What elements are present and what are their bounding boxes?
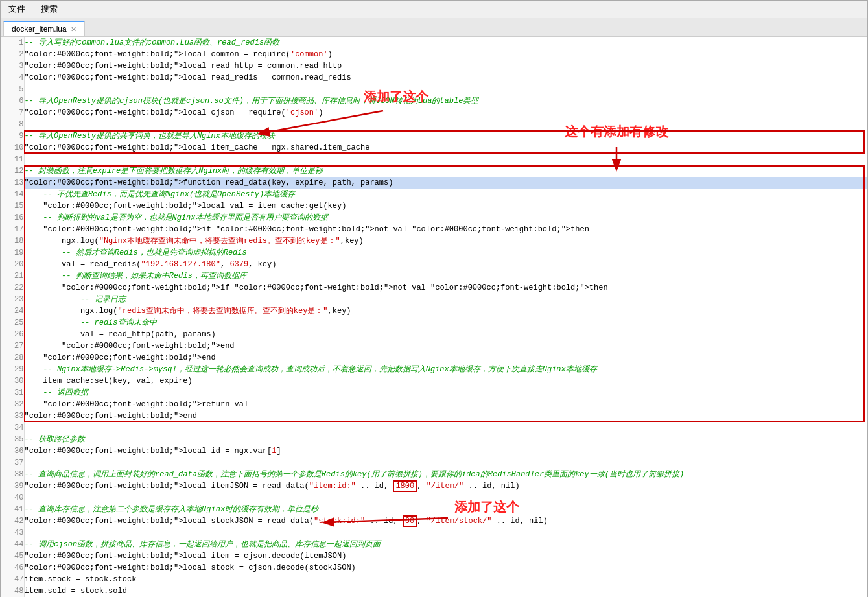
table-row: 23 -- 记录日志 — [1, 294, 867, 305]
table-row: 35-- 获取路径参数 — [1, 434, 867, 445]
table-row: 12-- 封装函数，注意expire是下面将要把数据存入Nginx时，的缓存有效… — [1, 165, 867, 177]
table-row: 5 — [1, 84, 867, 95]
table-row: 15 "color:#0000cc;font-weight:bold;">loc… — [1, 200, 867, 212]
table-row: 13"color:#0000cc;font-weight:bold;">func… — [1, 177, 867, 189]
table-row: 27 "color:#0000cc;font-weight:bold;">end — [1, 340, 867, 352]
menu-bar: 文件 搜索 — [1, 1, 867, 18]
table-row: 22 "color:#0000cc;font-weight:bold;">if … — [1, 282, 867, 294]
table-row: 42"color:#0000cc;font-weight:bold;">loca… — [1, 515, 867, 527]
table-row: 38-- 查询商品信息，调用上面封装好的read_data函数，注意下面括号的第… — [1, 469, 867, 480]
table-row: 1-- 导入写好的common.lua文件的common.Lua函数、read_… — [1, 37, 867, 49]
table-row: 39"color:#0000cc;font-weight:bold;">loca… — [1, 480, 867, 492]
table-row: 8 — [1, 119, 867, 130]
table-row: 31 -- 返回数据 — [1, 387, 867, 399]
table-row: 18 ngx.log("Nginx本地缓存查询未命中，将要去查询redis。查不… — [1, 235, 867, 247]
table-row: 30 item_cache:set(key, val, expire) — [1, 375, 867, 387]
table-row: 6-- 导入OpenResty提供的cjson模块(也就是cjson.so文件)… — [1, 95, 867, 107]
table-row: 26 val = read_http(path, params) — [1, 329, 867, 340]
table-row: 40 — [1, 492, 867, 504]
table-row: 11 — [1, 154, 867, 165]
table-row: 44-- 调用cjson函数，拼接商品、库存信息，一起返回给用户，也就是把商品、… — [1, 539, 867, 550]
table-row: 10"color:#0000cc;font-weight:bold;">loca… — [1, 142, 867, 154]
table-row: 7"color:#0000cc;font-weight:bold;">local… — [1, 107, 867, 119]
table-row: 41-- 查询库存信息，注意第二个参数是缓存存入本地Nginx时的缓存有效期，单… — [1, 504, 867, 515]
tab-close-button[interactable]: ✕ — [71, 25, 76, 34]
editor: 1-- 导入写好的common.lua文件的common.Lua函数、read_… — [1, 37, 867, 597]
code-table: 1-- 导入写好的common.lua文件的common.Lua函数、read_… — [1, 37, 867, 597]
table-row: 17 "color:#0000cc;font-weight:bold;">if … — [1, 224, 867, 235]
table-row: 25 -- redis查询未命中 — [1, 317, 867, 329]
table-row: 16 -- 判断得到的val是否为空，也就是Nginx本地缓存里面是否有用户要查… — [1, 212, 867, 224]
table-row: 43 — [1, 527, 867, 539]
table-row: 4"color:#0000cc;font-weight:bold;">local… — [1, 72, 867, 84]
table-row: 21 -- 判断查询结果，如果未命中Redis，再查询数据库 — [1, 270, 867, 282]
table-row: 19 -- 然后才查询Redis，也就是先查询虚拟机的Redis — [1, 247, 867, 259]
table-row: 45"color:#0000cc;font-weight:bold;">loca… — [1, 550, 867, 562]
table-row: 24 ngx.log("redis查询未命中，将要去查询数据库。查不到的key是… — [1, 305, 867, 317]
table-row: 33"color:#0000cc;font-weight:bold;">end — [1, 410, 867, 422]
table-row: 46"color:#0000cc;font-weight:bold;">loca… — [1, 562, 867, 574]
table-row: 3"color:#0000cc;font-weight:bold;">local… — [1, 60, 867, 72]
menu-search[interactable]: 搜索 — [38, 2, 60, 16]
table-row: 37 — [1, 457, 867, 469]
table-row: 36"color:#0000cc;font-weight:bold;">loca… — [1, 445, 867, 457]
menu-file[interactable]: 文件 — [6, 2, 28, 16]
tab-bar: docker_item.lua ✕ — [1, 18, 867, 37]
table-row: 20 val = read_redis("192.168.127.180", 6… — [1, 259, 867, 270]
table-row: 14 -- 不优先查Redis，而是优先查询Nginx(也就是OpenResty… — [1, 189, 867, 200]
table-row: 2"color:#0000cc;font-weight:bold;">local… — [1, 49, 867, 60]
main-window: 文件 搜索 docker_item.lua ✕ 1-- 导入写好的common.… — [0, 0, 868, 597]
table-row: 48item.sold = stock.sold — [1, 585, 867, 597]
table-row: 32 "color:#0000cc;font-weight:bold;">ret… — [1, 399, 867, 410]
table-row: 28 "color:#0000cc;font-weight:bold;">end — [1, 352, 867, 364]
table-row: 29 -- Nginx本地缓存->Redis->mysql，经过这一轮必然会查询… — [1, 364, 867, 375]
table-row: 47item.stock = stock.stock — [1, 574, 867, 585]
table-row: 34 — [1, 422, 867, 434]
table-row: 9-- 导入OpenResty提供的共享词典，也就是导入Nginx本地缓存的模块 — [1, 130, 867, 142]
tab-docker-item-lua[interactable]: docker_item.lua ✕ — [3, 21, 85, 36]
